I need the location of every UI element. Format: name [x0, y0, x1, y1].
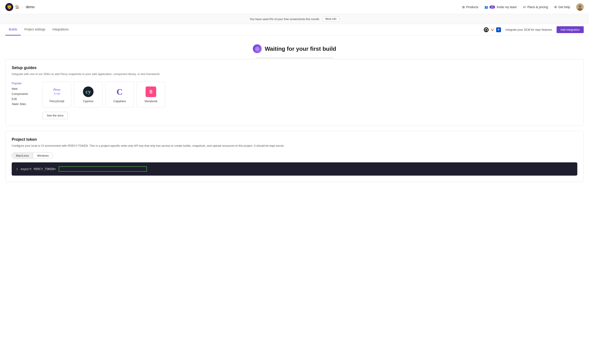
- setup-guides-subtitle: Integrate with one of our SDKs to add Pe…: [12, 72, 577, 76]
- pricing-icon: 🏷: [523, 5, 526, 9]
- home-icon[interactable]: 🏠: [15, 5, 19, 9]
- setup-body: Popular Web Components E2E Static Sites …: [12, 82, 577, 119]
- setup-guides-inner: Setup guides Integrate with one of our S…: [6, 59, 583, 125]
- sdk-storybook-label: Storybook: [144, 99, 157, 103]
- sidebar-web[interactable]: Web: [12, 87, 38, 91]
- nav-invite[interactable]: 👥 28 Invite my team: [485, 5, 517, 9]
- sdk-area: PercyScript PercyScript cy Cypress: [43, 82, 577, 119]
- os-tab-mac[interactable]: Mac/Linux: [12, 152, 33, 159]
- waiting-icon: [253, 44, 262, 53]
- bitbucket-icon: B: [496, 27, 501, 32]
- token-input[interactable]: [59, 166, 147, 172]
- sdk-percyscript-label: PercyScript: [50, 99, 64, 103]
- svg-point-3: [579, 5, 581, 8]
- project-token-card: Project token Configure your local or CI…: [5, 131, 584, 182]
- add-integration-button[interactable]: Add integration: [557, 26, 584, 33]
- products-label: Products: [466, 5, 478, 9]
- sub-nav: Builds Project settings Integrations B I…: [0, 24, 589, 36]
- percy-logo: 🦁: [5, 3, 13, 11]
- invite-label: Invite my team: [497, 5, 517, 9]
- progress-track: [256, 58, 333, 58]
- svg-point-5: [484, 27, 489, 32]
- terminal-dollar-sign: $: [16, 167, 18, 171]
- sdk-capybara-label: Capybara: [113, 99, 126, 103]
- usage-banner: You have used 0% of your free screenshot…: [0, 14, 589, 24]
- breadcrumb-separator: ›: [22, 5, 23, 9]
- project-token-title: Project token: [12, 137, 577, 142]
- nav-pricing[interactable]: 🏷 Plans & pricing: [523, 5, 548, 9]
- tab-builds[interactable]: Builds: [5, 24, 21, 36]
- nav-right: ⊞ Products 👥 28 Invite my team 🏷 Plans &…: [462, 3, 584, 11]
- project-token-description: Configure your local or CI environment w…: [12, 144, 577, 148]
- sdk-percyscript[interactable]: PercyScript PercyScript: [43, 82, 71, 107]
- top-nav: 🦁 🏠 › demo ⊞ Products 👥 28 Invite my tea…: [0, 0, 589, 14]
- storybook-logo-icon: S: [145, 86, 156, 97]
- cypress-logo-icon: cy: [83, 86, 94, 97]
- nav-left: 🦁 🏠 › demo: [5, 3, 35, 11]
- github-icon: [484, 27, 489, 32]
- sub-nav-tabs: Builds Project settings Integrations: [5, 24, 72, 36]
- invite-badge: 28: [490, 6, 495, 9]
- os-tabs: Mac/Linux Windows: [12, 152, 577, 159]
- cards-container: Setup guides Integrate with one of our S…: [0, 59, 589, 194]
- capybara-logo-icon: C: [114, 86, 125, 97]
- user-avatar[interactable]: [576, 3, 584, 11]
- sdk-cypress-label: Cypress: [83, 99, 94, 103]
- products-icon: ⊞: [462, 5, 465, 9]
- banner-text: You have used 0% of your free screenshot…: [250, 17, 320, 21]
- sdk-storybook[interactable]: S Storybook: [136, 82, 165, 107]
- sidebar-components[interactable]: Components: [12, 92, 38, 96]
- scm-text: Integrate your SCM for repo features: [505, 28, 552, 31]
- sdk-capybara[interactable]: C Capybara: [105, 82, 134, 107]
- scm-icons: B: [484, 27, 501, 32]
- main-content: Waiting for your first build Setup guide…: [0, 36, 589, 194]
- project-name: demo: [26, 5, 35, 9]
- sub-nav-actions: B Integrate your SCM for repo features A…: [484, 26, 584, 33]
- os-tab-windows[interactable]: Windows: [33, 152, 53, 159]
- hero-title: Waiting for your first build: [265, 46, 336, 52]
- token-card-inner: Project token Configure your local or CI…: [6, 131, 583, 182]
- token-terminal: $ export PERCY_TOKEN=: [12, 162, 577, 176]
- sdk-grid: PercyScript PercyScript cy Cypress: [43, 82, 577, 107]
- setup-guides-card: Setup guides Integrate with one of our S…: [5, 59, 584, 125]
- pricing-label: Plans & pricing: [527, 5, 548, 9]
- sidebar-static-sites[interactable]: Static Sites: [12, 102, 38, 106]
- nav-help[interactable]: ⚙ Get help: [554, 5, 570, 9]
- invite-icon: 👥: [485, 5, 488, 9]
- sidebar-e2e[interactable]: E2E: [12, 97, 38, 101]
- setup-guides-title: Setup guides: [12, 65, 577, 70]
- sidebar-popular-label[interactable]: Popular: [12, 82, 38, 85]
- help-icon: ⚙: [554, 5, 557, 9]
- help-label: Get help: [558, 5, 570, 9]
- setup-sidebar: Popular Web Components E2E Static Sites: [12, 82, 43, 119]
- see-docs-button[interactable]: See the docs: [43, 112, 68, 119]
- percyscript-logo-icon: PercyScript: [52, 86, 62, 97]
- sdk-cypress[interactable]: cy Cypress: [74, 82, 103, 107]
- nav-products[interactable]: ⊞ Products: [462, 5, 478, 9]
- svg-text:🦁: 🦁: [6, 4, 12, 10]
- tab-integrations[interactable]: Integrations: [49, 24, 72, 36]
- terminal-command: export PERCY_TOKEN=: [20, 167, 56, 171]
- more-info-button[interactable]: More info: [323, 16, 339, 22]
- tab-project-settings[interactable]: Project settings: [21, 24, 49, 36]
- gitlab-icon: [490, 27, 495, 32]
- hero-section: Waiting for your first build: [0, 36, 589, 58]
